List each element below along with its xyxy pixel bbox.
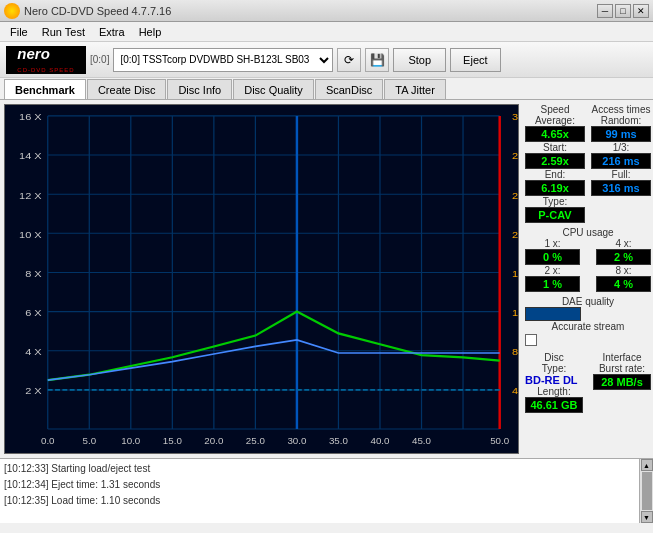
disc-type-value: BD-RE DL bbox=[525, 374, 583, 386]
disc-length-label: Length: bbox=[525, 386, 583, 397]
interface-section: Interface Burst rate: 28 MB/s bbox=[593, 352, 651, 413]
chart-svg: 16 X 14 X 12 X 10 X 8 X 6 X 4 X 2 X 32 2… bbox=[5, 105, 518, 453]
toolbar: nero CD-DVD SPEED [0:0] [0:0] TSSTcorp D… bbox=[0, 42, 653, 78]
close-button[interactable]: ✕ bbox=[633, 4, 649, 18]
svg-text:4: 4 bbox=[512, 386, 518, 396]
main-content: 16 X 14 X 12 X 10 X 8 X 6 X 4 X 2 X 32 2… bbox=[0, 100, 653, 458]
svg-text:16: 16 bbox=[512, 268, 518, 278]
speed-avg-label: Average: bbox=[525, 115, 585, 126]
speed-start-label: Start: bbox=[525, 142, 585, 153]
speed-end-value: 6.19x bbox=[525, 180, 585, 196]
svg-text:0.0: 0.0 bbox=[41, 437, 55, 446]
speed-start-value: 2.59x bbox=[525, 153, 585, 169]
cpu-1x-value: 0 % bbox=[525, 249, 580, 265]
scroll-thumb[interactable] bbox=[642, 472, 652, 510]
logo-sub: CD-DVD SPEED bbox=[17, 67, 74, 73]
speed-type-label: Type: bbox=[525, 196, 585, 207]
eject-button[interactable]: Eject bbox=[450, 48, 500, 72]
menu-bar: File Run Test Extra Help bbox=[0, 22, 653, 42]
tab-create-disc[interactable]: Create Disc bbox=[87, 79, 166, 99]
log-entry-1: [10:12:34] Eject time: 1.31 seconds bbox=[4, 477, 635, 493]
cpu-4x-label: 4 x: bbox=[596, 238, 651, 249]
svg-text:35.0: 35.0 bbox=[329, 437, 348, 446]
svg-text:8 X: 8 X bbox=[25, 268, 42, 278]
menu-run-test[interactable]: Run Test bbox=[36, 24, 91, 40]
title-bar-buttons: ─ □ ✕ bbox=[597, 4, 649, 18]
log-scrollbar: ▲ ▼ bbox=[639, 459, 653, 523]
save-icon-btn[interactable]: 💾 bbox=[365, 48, 389, 72]
speed-section: Speed Average: 4.65x Start: 2.59x End: 6… bbox=[525, 104, 585, 223]
scroll-down-button[interactable]: ▼ bbox=[641, 511, 653, 523]
svg-text:32: 32 bbox=[512, 112, 518, 122]
access-third-label: 1/3: bbox=[591, 142, 651, 153]
stop-button[interactable]: Stop bbox=[393, 48, 446, 72]
access-full-value: 316 ms bbox=[591, 180, 651, 196]
svg-text:20: 20 bbox=[512, 229, 518, 239]
cpu-1x-label: 1 x: bbox=[525, 238, 580, 249]
maximize-button[interactable]: □ bbox=[615, 4, 631, 18]
access-random-value: 99 ms bbox=[591, 126, 651, 142]
cpu-4x-value: 2 % bbox=[596, 249, 651, 265]
chart-area: 16 X 14 X 12 X 10 X 8 X 6 X 4 X 2 X 32 2… bbox=[4, 104, 519, 454]
svg-text:6 X: 6 X bbox=[25, 308, 42, 318]
svg-text:20.0: 20.0 bbox=[204, 437, 223, 446]
burst-value: 28 MB/s bbox=[593, 374, 651, 390]
access-third-value: 216 ms bbox=[591, 153, 651, 169]
svg-text:30.0: 30.0 bbox=[287, 437, 306, 446]
tab-disc-quality[interactable]: Disc Quality bbox=[233, 79, 314, 99]
logo-text: nero bbox=[17, 45, 50, 62]
cpu-title: CPU usage bbox=[525, 227, 651, 238]
svg-text:28: 28 bbox=[512, 151, 518, 161]
scroll-up-button[interactable]: ▲ bbox=[641, 459, 653, 471]
dae-title: DAE quality bbox=[525, 296, 651, 307]
refresh-icon-btn[interactable]: ⟳ bbox=[337, 48, 361, 72]
svg-text:2 X: 2 X bbox=[25, 386, 42, 396]
drive-selector[interactable]: [0:0] TSSTcorp DVDWBD SH-B123L SB03 bbox=[113, 48, 333, 72]
speed-end-label: End: bbox=[525, 169, 585, 180]
menu-file[interactable]: File bbox=[4, 24, 34, 40]
log-content: [10:12:33] Starting load/eject test [10:… bbox=[0, 459, 639, 523]
tabs: Benchmark Create Disc Disc Info Disc Qua… bbox=[0, 78, 653, 100]
svg-text:45.0: 45.0 bbox=[412, 437, 431, 446]
svg-text:10.0: 10.0 bbox=[121, 437, 140, 446]
speed-type-value: P-CAV bbox=[525, 207, 585, 223]
disc-length-value: 46.61 GB bbox=[525, 397, 583, 413]
svg-text:15.0: 15.0 bbox=[163, 437, 182, 446]
accurate-stream-checkbox[interactable] bbox=[525, 334, 537, 346]
svg-text:16 X: 16 X bbox=[19, 112, 42, 122]
access-random-label: Random: bbox=[591, 115, 651, 126]
cpu-8x-value: 4 % bbox=[596, 276, 651, 292]
minimize-button[interactable]: ─ bbox=[597, 4, 613, 18]
svg-text:12: 12 bbox=[512, 308, 518, 318]
svg-text:5.0: 5.0 bbox=[82, 437, 96, 446]
disc-title: Disc bbox=[525, 352, 583, 363]
tab-ta-jitter[interactable]: TA Jitter bbox=[384, 79, 446, 99]
drive-label: [0:0] bbox=[90, 54, 109, 65]
speed-avg-value: 4.65x bbox=[525, 126, 585, 142]
svg-text:8: 8 bbox=[512, 347, 518, 357]
menu-help[interactable]: Help bbox=[133, 24, 168, 40]
right-panel: Speed Average: 4.65x Start: 2.59x End: 6… bbox=[523, 100, 653, 458]
tab-scandisc[interactable]: ScanDisc bbox=[315, 79, 383, 99]
cpu-2x-value: 1 % bbox=[525, 276, 580, 292]
svg-text:12 X: 12 X bbox=[19, 190, 42, 200]
cpu-2x-label: 2 x: bbox=[525, 265, 580, 276]
svg-text:4 X: 4 X bbox=[25, 347, 42, 357]
log-entry-0: [10:12:33] Starting load/eject test bbox=[4, 461, 635, 477]
title-bar-title: Nero CD-DVD Speed 4.7.7.16 bbox=[24, 5, 171, 17]
svg-text:25.0: 25.0 bbox=[246, 437, 265, 446]
log-area: [10:12:33] Starting load/eject test [10:… bbox=[0, 458, 653, 523]
svg-text:24: 24 bbox=[512, 190, 518, 200]
nero-logo: nero CD-DVD SPEED bbox=[6, 46, 86, 74]
burst-label: Burst rate: bbox=[593, 363, 651, 374]
title-bar: Nero CD-DVD Speed 4.7.7.16 ─ □ ✕ bbox=[0, 0, 653, 22]
disc-type-label: Type: bbox=[525, 363, 583, 374]
tab-disc-info[interactable]: Disc Info bbox=[167, 79, 232, 99]
svg-text:14 X: 14 X bbox=[19, 151, 42, 161]
access-title: Access times bbox=[591, 104, 651, 115]
tab-benchmark[interactable]: Benchmark bbox=[4, 79, 86, 99]
svg-text:50.0: 50.0 bbox=[490, 437, 509, 446]
menu-extra[interactable]: Extra bbox=[93, 24, 131, 40]
access-times-section: Access times Random: 99 ms 1/3: 216 ms F… bbox=[591, 104, 651, 223]
dae-bar bbox=[525, 307, 581, 321]
